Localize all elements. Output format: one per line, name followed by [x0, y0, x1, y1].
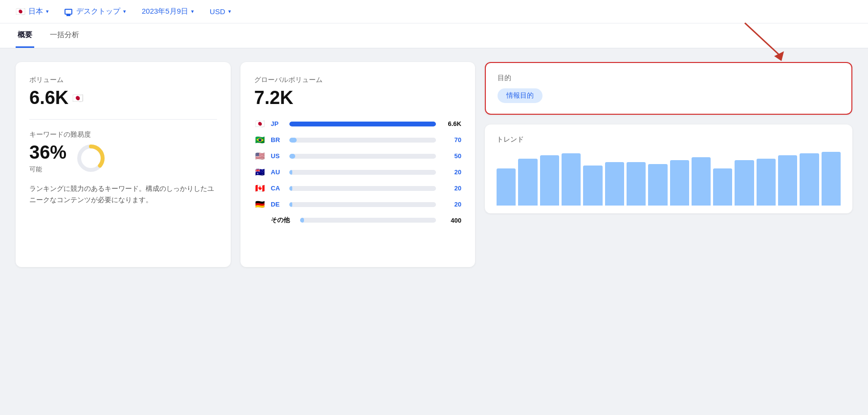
chevron-down-icon: ▾: [46, 8, 49, 15]
bar-track: [300, 218, 436, 223]
chevron-down-icon: ▾: [191, 8, 194, 15]
bar-row: その他 400: [254, 216, 461, 225]
trend-card: トレンド: [485, 124, 852, 213]
trend-bar: [713, 168, 732, 206]
device-label: デスクトップ: [76, 7, 120, 16]
trend-chart: [497, 152, 841, 206]
bar-country: AU: [271, 168, 284, 176]
bar-value: 6.6K: [441, 120, 461, 127]
japan-flag-small: 🇯🇵: [72, 93, 83, 104]
bar-value: 20: [441, 168, 461, 176]
chevron-down-icon: ▾: [123, 8, 126, 15]
japan-flag: 🇯🇵: [16, 7, 25, 16]
date-label: 2023年5月9日: [142, 7, 188, 16]
bar-fill: [300, 218, 304, 223]
bar-row: 🇺🇸 US 50: [254, 151, 461, 161]
trend-bar: [605, 162, 624, 206]
trend-title: トレンド: [497, 135, 841, 144]
volume-value: 6.6K 🇯🇵: [29, 87, 217, 108]
currency-label: USD: [210, 7, 225, 16]
bar-country: DE: [271, 201, 284, 208]
date-selector[interactable]: 2023年5月9日 ▾: [142, 7, 194, 16]
bar-fill: [289, 170, 292, 175]
bar-track: [289, 122, 436, 126]
bar-rows: 🇯🇵 JP 6.6K 🇧🇷 BR 70 🇺🇸 US 50 🇦🇺 AU 20 🇨🇦…: [254, 119, 461, 225]
bar-track: [289, 154, 436, 159]
difficulty-label: キーワードの難易度: [29, 130, 217, 139]
divider: [29, 119, 217, 120]
purpose-card: 目的 情報目的: [485, 62, 852, 115]
tab-bulk[interactable]: 一括分析: [48, 23, 81, 48]
bar-row: 🇦🇺 AU 20: [254, 167, 461, 177]
volume-label: ボリューム: [29, 76, 217, 84]
desktop-icon: [65, 9, 72, 15]
currency-selector[interactable]: USD ▾: [210, 7, 231, 16]
trend-bar: [518, 159, 537, 206]
bar-fill: [289, 186, 292, 191]
svg-marker-3: [774, 51, 784, 61]
bar-fill: [289, 154, 295, 159]
bar-value: 50: [441, 152, 461, 160]
bar-fill: [289, 122, 436, 126]
bar-track: [289, 186, 436, 191]
trend-bar: [670, 160, 689, 206]
purpose-title: 目的: [498, 74, 840, 83]
bar-row: 🇧🇷 BR 70: [254, 135, 461, 145]
bar-country: JP: [271, 120, 284, 127]
bar-flag: 🇩🇪: [254, 200, 266, 209]
trend-bar: [692, 157, 711, 206]
bar-value: 400: [441, 217, 461, 224]
volume-card: ボリューム 6.6K 🇯🇵 キーワードの難易度 36% 可能 ランキングに競力の…: [16, 62, 231, 267]
difficulty-value: 36%: [29, 142, 66, 163]
bar-value: 70: [441, 136, 461, 144]
bar-value: 20: [441, 201, 461, 208]
bar-flag: 🇺🇸: [254, 151, 266, 161]
trend-bar: [540, 155, 559, 206]
global-value: 7.2K: [254, 87, 461, 108]
difficulty-description: ランキングに競力のあるキーワード。構成のしっかりしたユニークなコンテンツが必要に…: [29, 184, 217, 206]
trend-bar: [822, 152, 841, 206]
bar-flag: 🇨🇦: [254, 184, 266, 193]
bar-track: [289, 202, 436, 207]
trend-bar: [627, 162, 646, 206]
trend-bar: [497, 168, 516, 206]
trend-bar: [757, 159, 776, 206]
bar-track: [289, 170, 436, 175]
bar-row: 🇯🇵 JP 6.6K: [254, 119, 461, 128]
top-bar: 🇯🇵 日本 ▾ デスクトップ ▾ 2023年5月9日 ▾ USD ▾: [0, 0, 868, 23]
bar-fill: [289, 202, 292, 207]
tab-overview[interactable]: 概要: [16, 23, 34, 48]
bar-flag: 🇦🇺: [254, 167, 266, 177]
bar-value: 20: [441, 185, 461, 192]
trend-bar: [648, 164, 667, 206]
bar-row: 🇩🇪 DE 20: [254, 200, 461, 209]
trend-bar: [562, 153, 581, 206]
bar-country: US: [271, 152, 284, 160]
purpose-badge: 情報目的: [498, 88, 542, 103]
difficulty-donut: [75, 143, 107, 174]
difficulty-row: 36% 可能: [29, 142, 217, 174]
bar-country: BR: [271, 136, 284, 144]
chevron-down-icon: ▾: [228, 8, 231, 15]
device-selector[interactable]: デスクトップ ▾: [65, 7, 126, 16]
country-selector[interactable]: 🇯🇵 日本 ▾: [16, 7, 49, 16]
bar-country: その他: [271, 216, 295, 225]
tabs-bar: 概要 一括分析: [0, 23, 868, 48]
bar-fill: [289, 138, 297, 143]
bar-row: 🇨🇦 CA 20: [254, 184, 461, 193]
bar-flag: 🇯🇵: [254, 119, 266, 128]
trend-bar: [583, 166, 602, 206]
trend-bar: [778, 155, 797, 206]
possible-label: 可能: [29, 165, 66, 174]
main-content: ボリューム 6.6K 🇯🇵 キーワードの難易度 36% 可能 ランキングに競力の…: [0, 48, 868, 281]
country-label: 日本: [28, 7, 43, 16]
trend-bar: [735, 160, 754, 206]
bar-track: [289, 138, 436, 143]
trend-bar: [800, 153, 819, 206]
bar-country: CA: [271, 185, 284, 192]
bar-flag: 🇧🇷: [254, 135, 266, 145]
global-volume-card: グローバルボリューム 7.2K 🇯🇵 JP 6.6K 🇧🇷 BR 70 🇺🇸 U…: [240, 62, 475, 267]
right-column: 目的 情報目的 トレンド: [485, 62, 852, 213]
global-label: グローバルボリューム: [254, 76, 461, 84]
